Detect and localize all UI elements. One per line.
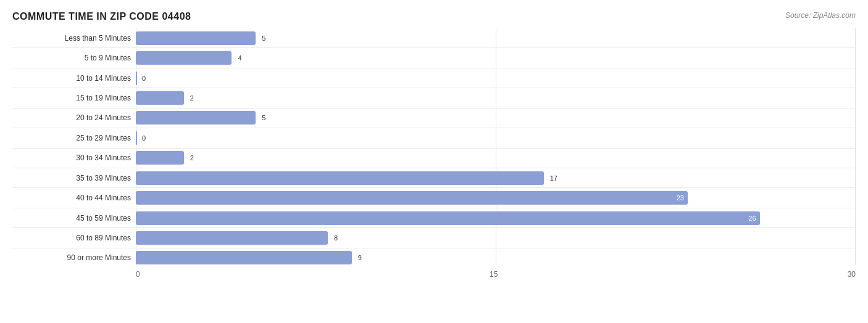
bar-row: 25 to 29 Minutes0 [12, 128, 856, 148]
bar-area: 4 [136, 49, 856, 67]
bar: 26 [136, 211, 760, 225]
bar-value: 0 [142, 134, 146, 142]
bar-value: 9 [358, 254, 362, 261]
row-label: 45 to 59 Minutes [12, 214, 136, 223]
bar-area: 5 [136, 29, 856, 47]
chart-title: COMMUTE TIME IN ZIP CODE 04408 [12, 11, 191, 22]
rows-area: Less than 5 Minutes55 to 9 Minutes410 to… [12, 28, 856, 268]
bar-value: 5 [262, 35, 265, 42]
row-label: 35 to 39 Minutes [12, 174, 136, 182]
bar-value: 23 [677, 194, 684, 202]
bar-row: Less than 5 Minutes5 [12, 28, 856, 48]
bar-area: 5 [136, 108, 856, 127]
bar-value: 17 [550, 174, 557, 182]
bar [136, 51, 232, 65]
bar-value: 2 [190, 154, 194, 162]
x-axis: 01530 [136, 270, 856, 279]
bar-area: 8 [136, 229, 856, 247]
bar [136, 72, 137, 85]
chart-header: COMMUTE TIME IN ZIP CODE 04408 Source: Z… [12, 11, 856, 22]
bar-value: 0 [142, 75, 146, 82]
bar-area: 0 [136, 69, 856, 88]
x-axis-label: 15 [490, 270, 498, 279]
bar [136, 131, 137, 145]
row-label: 25 to 29 Minutes [12, 134, 136, 142]
row-label: 40 to 44 Minutes [12, 194, 136, 202]
bar-area: 26 [136, 209, 856, 227]
chart-container: COMMUTE TIME IN ZIP CODE 04408 Source: Z… [0, 0, 868, 323]
bar-area: 23 [136, 189, 856, 207]
row-label: 10 to 14 Minutes [12, 74, 136, 83]
bar-value: 5 [262, 114, 265, 121]
row-label: 30 to 34 Minutes [12, 153, 136, 162]
bar [136, 91, 184, 105]
bar [136, 111, 256, 125]
bar-row: 35 to 39 Minutes17 [12, 168, 856, 188]
bar-row: 60 to 89 Minutes8 [12, 228, 856, 248]
chart-body: Less than 5 Minutes55 to 9 Minutes410 to… [12, 28, 856, 279]
bar-row: 20 to 24 Minutes5 [12, 108, 856, 128]
bar [136, 171, 544, 185]
bar-row: 10 to 14 Minutes0 [12, 68, 856, 88]
bar-area: 2 [136, 89, 856, 107]
bar-value: 8 [334, 234, 338, 242]
bar [136, 231, 328, 245]
bar-row: 40 to 44 Minutes23 [12, 188, 856, 208]
bar-row: 15 to 19 Minutes2 [12, 88, 856, 108]
bar [136, 151, 184, 165]
row-label: 15 to 19 Minutes [12, 94, 136, 102]
bar-area: 0 [136, 129, 856, 147]
chart-source: Source: ZipAtlas.com [785, 11, 856, 20]
row-label: 5 to 9 Minutes [12, 54, 136, 62]
bar: 23 [136, 191, 688, 205]
bar [136, 31, 256, 45]
x-axis-label: 30 [848, 270, 856, 279]
bar-row: 45 to 59 Minutes26 [12, 208, 856, 228]
bar-area: 17 [136, 169, 856, 187]
bar-area: 9 [136, 248, 856, 267]
row-label: 60 to 89 Minutes [12, 234, 136, 242]
x-axis-label: 0 [136, 270, 140, 279]
bar-row: 90 or more Minutes9 [12, 248, 856, 268]
row-label: Less than 5 Minutes [12, 34, 136, 43]
bar-row: 5 to 9 Minutes4 [12, 48, 856, 68]
bar-value: 26 [748, 215, 756, 222]
bar-value: 4 [238, 54, 241, 62]
row-label: 90 or more Minutes [12, 253, 136, 262]
bar-row: 30 to 34 Minutes2 [12, 149, 856, 168]
bar-area: 2 [136, 149, 856, 167]
bar-value: 2 [190, 94, 194, 102]
bar [136, 251, 352, 264]
row-label: 20 to 24 Minutes [12, 113, 136, 122]
